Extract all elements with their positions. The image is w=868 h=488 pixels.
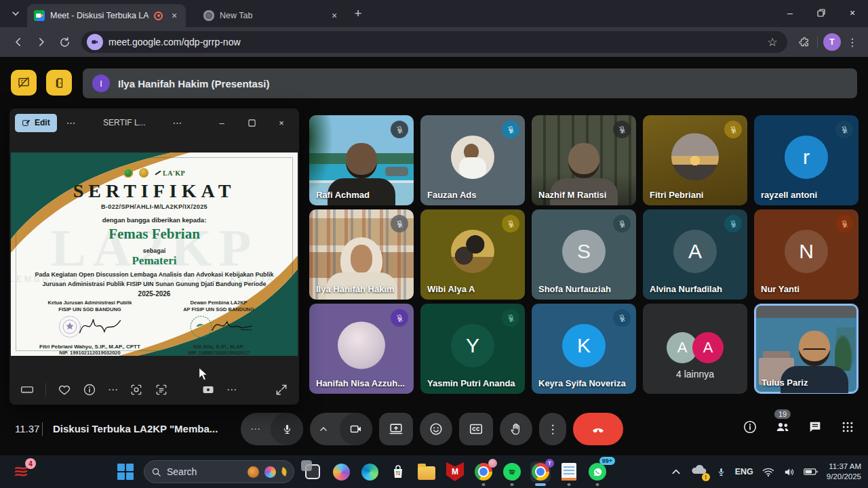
search-highlight-icon (248, 466, 259, 478)
photos-more-button[interactable]: ⋯ (62, 117, 80, 128)
info-icon[interactable] (83, 383, 96, 396)
captions-icon (469, 422, 484, 436)
photos-maximize-button[interactable] (239, 111, 264, 134)
visual-search-icon[interactable] (130, 383, 143, 396)
new-tab-button[interactable]: + (349, 4, 368, 23)
battery-icon[interactable] (804, 467, 818, 476)
mic-options-button[interactable]: ⋯ (250, 423, 261, 435)
back-button[interactable] (7, 30, 30, 54)
close-window-button[interactable]: × (837, 0, 868, 26)
recording-indicator-icon (154, 12, 163, 20)
raise-hand-button[interactable] (500, 413, 532, 445)
start-button[interactable] (115, 462, 136, 482)
chevron-up-icon[interactable] (319, 425, 328, 433)
tray-chevron-up-icon[interactable] (671, 467, 681, 476)
profile-avatar[interactable]: T (823, 33, 841, 51)
microsoft-store-button[interactable] (388, 462, 408, 482)
photos-title-menu-button[interactable]: ⋯ (169, 117, 186, 128)
end-call-button[interactable] (573, 413, 623, 445)
taskbar-search[interactable]: Search (144, 460, 294, 483)
mic-button[interactable]: ⋯ (241, 413, 303, 445)
bookmark-star-button[interactable]: ☆ (763, 33, 782, 52)
restore-window-button[interactable] (806, 0, 837, 26)
mcafee-button[interactable]: M (445, 462, 465, 482)
leave-pip-button[interactable] (46, 70, 72, 96)
participant-tile[interactable]: r rayzell antoni (754, 115, 859, 205)
activities-button[interactable] (840, 419, 856, 435)
participant-name: Tulus Pariz (762, 378, 808, 388)
tray-mic-icon[interactable] (716, 467, 726, 477)
participant-tile[interactable]: Wibi Alya A (420, 209, 525, 300)
photos-close-button[interactable]: × (269, 111, 294, 134)
present-button[interactable] (379, 413, 413, 445)
filmstrip-icon[interactable] (20, 383, 34, 396)
edit-image-button[interactable]: Edit (15, 114, 57, 132)
gold-emblem-icon (139, 168, 149, 178)
extensions-button[interactable] (793, 31, 814, 53)
edge-button[interactable] (359, 462, 380, 482)
participant-tile[interactable]: Nazhif M Rantisi (532, 115, 636, 205)
participant-avatar (338, 321, 385, 369)
participant-tile[interactable]: Fauzan Ads (420, 115, 525, 205)
volume-icon[interactable] (783, 466, 795, 478)
file-explorer-button[interactable] (416, 462, 437, 482)
slideshow-icon[interactable] (201, 383, 215, 396)
notification-app-button[interactable]: 4 (11, 462, 31, 482)
participant-tile[interactable]: Y Yasmin Putri Ananda (420, 304, 525, 394)
chrome-profile2-button-active[interactable]: T (530, 462, 551, 482)
raise-hand-icon (509, 422, 524, 436)
photos-more-tools-button[interactable]: ⋯ (226, 384, 237, 396)
reactions-button[interactable] (420, 413, 452, 445)
tab-search-button[interactable] (5, 3, 26, 24)
meeting-details-button[interactable] (742, 419, 758, 435)
onedrive-tray-icon[interactable]: ! (690, 464, 707, 480)
address-bar[interactable]: meet.google.com/qdp-grrp-now ☆ (81, 31, 787, 53)
spotify-button[interactable] (502, 462, 522, 482)
people-panel-button[interactable]: 19 (774, 419, 791, 435)
participant-tile[interactable]: Hanifah Nisa Azzuh... (309, 304, 414, 394)
reload-button[interactable] (53, 30, 76, 54)
favorite-heart-icon[interactable] (58, 383, 71, 396)
wifi-icon[interactable] (762, 467, 774, 477)
forward-button[interactable] (30, 30, 53, 54)
close-tab-button[interactable]: × (328, 9, 340, 22)
chrome-profile1-button[interactable] (473, 462, 494, 482)
fullscreen-icon[interactable] (275, 383, 288, 396)
browser-menu-button[interactable]: ⋮ (844, 32, 861, 52)
close-tab-button[interactable]: × (168, 9, 180, 22)
photos-tools-more-button[interactable]: ⋯ (108, 384, 118, 396)
chat-panel-button[interactable] (807, 419, 823, 435)
captions-button[interactable] (459, 413, 493, 445)
participant-tile[interactable]: K Keyra Syifa Noveriza (532, 304, 636, 394)
participant-tile[interactable]: N Nur Yanti (754, 209, 859, 300)
edit-pencil-icon (22, 119, 31, 127)
photos-minimize-button[interactable]: – (210, 111, 234, 134)
participant-tile[interactable]: Ilya Hanifah Hakim (309, 209, 414, 300)
notepad-button[interactable] (559, 462, 579, 482)
participant-tile[interactable]: Rafi Achmad (309, 115, 414, 205)
certificate-given-label: dengan bangga diberikan kepada: (102, 216, 207, 224)
task-view-button[interactable] (302, 462, 323, 482)
whatsapp-button[interactable]: 99+ (587, 462, 608, 482)
camera-icon (349, 422, 363, 436)
photos-window: Edit ⋯ SERTIF L... ⋯ – × LA2KP LEMBAGA A… (9, 108, 299, 405)
language-indicator[interactable]: ENG (735, 467, 753, 476)
mic-muted-icon (391, 215, 408, 232)
more-participants-tile[interactable]: A A 4 lainnya (643, 304, 747, 394)
stop-presentation-button[interactable] (11, 70, 37, 96)
tab-new-tab[interactable]: New Tab × (197, 4, 346, 27)
copilot-button[interactable] (331, 462, 351, 482)
participant-tile-speaking[interactable]: Tulus Pariz (754, 304, 859, 394)
participant-name: Keyra Syifa Noveriza (538, 378, 626, 388)
participant-tile[interactable]: A Alvina Nurfadilah (643, 209, 747, 300)
more-options-button[interactable]: ⋮ (539, 413, 566, 445)
participant-tile[interactable]: S Shofa Nurfauziah (532, 209, 636, 300)
participant-tile[interactable]: Fitri Pebriani (643, 115, 747, 205)
tray-clock[interactable]: 11:37 AM 9/20/2025 (827, 462, 861, 482)
minimize-window-button[interactable]: – (774, 0, 806, 26)
text-extract-icon[interactable] (155, 383, 168, 396)
mcafee-shield-icon: M (446, 462, 464, 481)
participant-initial-avatar: S (562, 229, 606, 272)
tab-meet[interactable]: Meet - Diskusi Terbuka LA2 × (27, 4, 186, 27)
camera-button[interactable] (310, 413, 372, 445)
